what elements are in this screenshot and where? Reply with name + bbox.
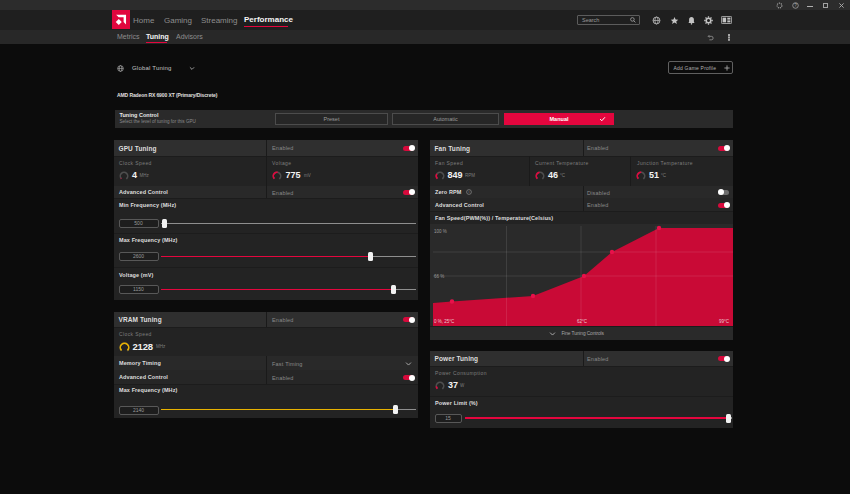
svg-text:62°C: 62°C <box>577 319 588 324</box>
svg-text:0 %, 25°C: 0 %, 25°C <box>434 319 455 324</box>
svg-text:100 %: 100 % <box>434 229 447 234</box>
svg-text:i: i <box>469 189 470 194</box>
svg-text:66 %: 66 % <box>434 274 444 279</box>
svg-text:?: ? <box>794 3 797 8</box>
svg-text:99°C: 99°C <box>719 319 730 324</box>
